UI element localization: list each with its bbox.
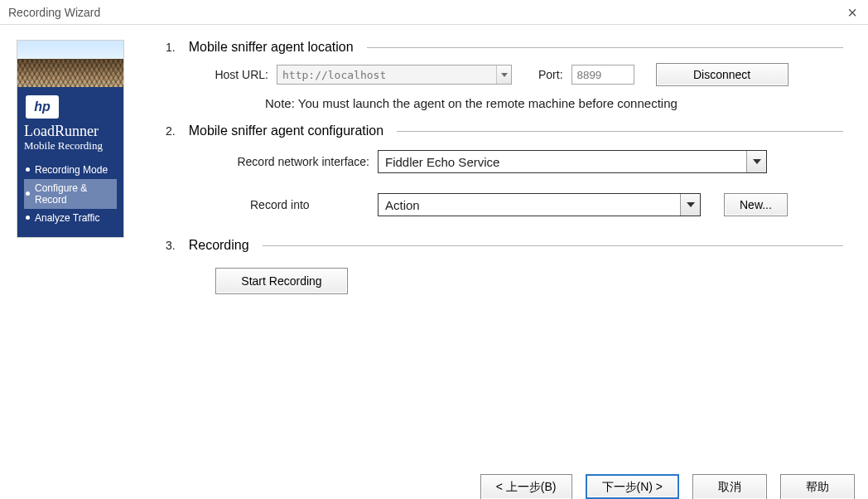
sidebar-banner-image <box>17 41 123 87</box>
chevron-down-icon[interactable] <box>746 151 766 172</box>
port-input[interactable] <box>571 65 634 85</box>
section-1-header: 1. Mobile sniffer agent location <box>166 40 843 55</box>
section-1-number: 1. <box>166 41 176 54</box>
section-2-header: 2. Mobile sniffer agent configuration <box>166 124 843 138</box>
wizard-sidebar: hp LoadRunner Mobile Recording Recording… <box>17 40 124 238</box>
host-url-value: http://localhost <box>277 69 496 81</box>
agent-note: Note: You must launch the agent on the r… <box>265 96 843 110</box>
record-into-select[interactable]: Action <box>378 193 701 216</box>
wizard-footer: < 上一步(B) 下一步(N) > 取消 帮助 <box>480 474 855 499</box>
section-3-title: Recording <box>189 238 249 253</box>
record-interface-label: Record network interface: <box>207 155 369 168</box>
section-divider <box>367 47 843 48</box>
record-into-label: Record into <box>207 198 369 211</box>
sidebar-item-label: Configure & Record <box>35 182 115 206</box>
product-title: LoadRunner <box>24 124 117 139</box>
bullet-icon <box>26 216 30 220</box>
sidebar-item-label: Recording Mode <box>35 164 108 176</box>
sidebar-item-configure-record[interactable]: Configure & Record <box>24 179 117 209</box>
recording-wizard-window: Recording Wizard × hp LoadRunner Mobile … <box>0 0 868 499</box>
record-into-value: Action <box>379 198 680 212</box>
product-subtitle: Mobile Recording <box>24 139 117 153</box>
sidebar-item-recording-mode[interactable]: Recording Mode <box>24 161 117 179</box>
sidebar-panel: hp LoadRunner Mobile Recording Recording… <box>17 87 123 237</box>
back-button[interactable]: < 上一步(B) <box>480 474 572 499</box>
section-2-number: 2. <box>166 124 176 138</box>
section-1-title: Mobile sniffer agent location <box>189 40 354 55</box>
sidebar-item-analyze-traffic[interactable]: Analyze Traffic <box>24 209 117 227</box>
window-title: Recording Wizard <box>8 6 100 19</box>
chevron-down-icon[interactable] <box>496 65 511 84</box>
chevron-down-icon[interactable] <box>680 194 700 216</box>
section-3-header: 3. Recording <box>166 238 843 253</box>
port-label: Port: <box>538 68 563 81</box>
section-2-title: Mobile sniffer agent configuration <box>189 124 383 138</box>
wizard-main: 1. Mobile sniffer agent location Host UR… <box>124 25 868 299</box>
next-button[interactable]: 下一步(N) > <box>586 474 680 499</box>
section-divider <box>263 245 843 246</box>
record-interface-select[interactable]: Fiddler Echo Service <box>378 150 767 173</box>
start-recording-button[interactable]: Start Recording <box>215 268 348 294</box>
hp-logo-text: hp <box>34 99 51 114</box>
section-divider <box>397 131 843 132</box>
new-button[interactable]: New... <box>724 193 788 216</box>
bullet-icon <box>26 191 30 196</box>
hp-logo: hp <box>26 95 59 119</box>
close-icon[interactable]: × <box>840 0 865 25</box>
host-url-label: Host URL: <box>207 68 268 81</box>
section-3-number: 3. <box>166 239 176 252</box>
sidebar-item-label: Analyze Traffic <box>35 212 99 224</box>
host-url-combo[interactable]: http://localhost <box>277 65 512 85</box>
title-bar: Recording Wizard <box>0 0 868 25</box>
help-button[interactable]: 帮助 <box>780 474 855 499</box>
record-interface-value: Fiddler Echo Service <box>379 155 746 169</box>
bullet-icon <box>26 167 30 172</box>
disconnect-button[interactable]: Disconnect <box>656 63 788 86</box>
cancel-button[interactable]: 取消 <box>692 474 767 499</box>
